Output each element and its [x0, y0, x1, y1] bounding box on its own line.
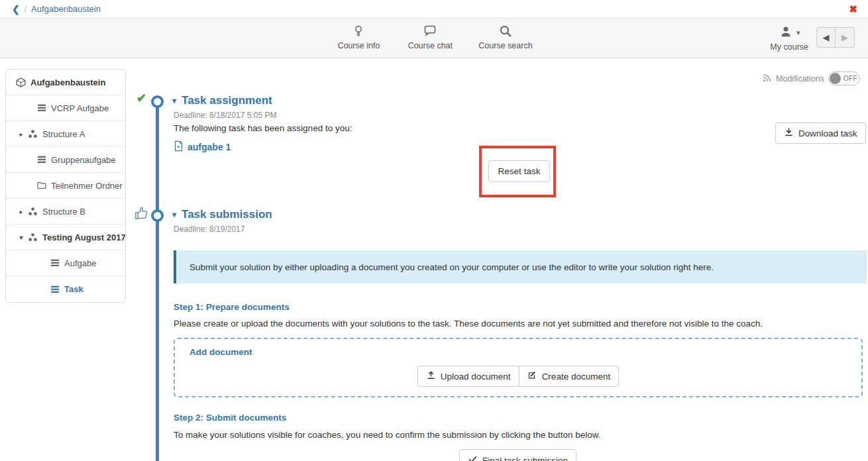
my-course-label: My course — [770, 42, 808, 52]
chevron-down-icon: ▾ — [796, 28, 800, 37]
toggle-knob — [830, 73, 841, 84]
breadcrumb: ❮ / Aufgabenbaustein — [0, 0, 868, 18]
course-nav-arrows: ◀ ▶ — [816, 27, 855, 48]
timeline-line — [156, 101, 159, 461]
add-document-label: Add document — [190, 347, 252, 357]
sidebar-item-label: Task — [64, 284, 83, 294]
file-link-label: aufgabe 1 — [188, 142, 231, 152]
section-task-submission-header[interactable]: ▾ Task submission — [172, 208, 272, 221]
task-list-icon — [36, 103, 47, 113]
course-search-button[interactable]: Course search — [478, 23, 532, 50]
course-chat-label: Course chat — [408, 41, 453, 50]
check-icon: ✔ — [136, 91, 146, 105]
submission-deadline: Deadline: 8/19/2017 — [174, 225, 244, 234]
sidebar-item-label: Testing August 2017 — [42, 232, 125, 242]
user-icon — [779, 25, 793, 41]
rss-icon — [762, 73, 772, 85]
thumbs-up-icon — [133, 205, 150, 224]
sidebar-item-aufgabenbaustein[interactable]: Aufgabenbaustein — [6, 70, 125, 95]
structure-icon — [27, 206, 38, 217]
sidebar-item-structure-b[interactable]: ▸ Structure B — [6, 199, 125, 225]
structure-icon — [27, 128, 38, 140]
sidebar-item-task[interactable]: Task — [6, 276, 125, 302]
upload-document-button[interactable]: Upload document — [417, 366, 519, 387]
toggle-state-label: OFF — [843, 75, 857, 82]
pdf-file-icon — [174, 140, 184, 154]
sidebar-item-aufgabe[interactable]: Aufgabe — [6, 250, 125, 276]
sidebar-item-vcrp-aufgabe[interactable]: VCRP Aufgabe — [6, 95, 125, 121]
task-list-icon — [36, 154, 47, 165]
my-course-menu[interactable]: ▾ My course — [770, 25, 808, 52]
sidebar-item-label: Aufgabenbaustein — [30, 77, 105, 87]
submit-check-icon — [468, 454, 478, 461]
next-button[interactable]: ▶ — [836, 27, 855, 48]
chevron-down-icon[interactable]: ▾ — [17, 234, 26, 241]
timeline-node-assignment — [151, 95, 164, 108]
close-icon[interactable]: ✖ — [849, 3, 857, 15]
back-chevron-icon[interactable]: ❮ — [12, 4, 20, 15]
submission-info-box: Submit your solution by either uploading… — [174, 250, 867, 283]
folder-icon — [36, 180, 47, 191]
assignment-text: The following task has been assigned to … — [174, 123, 352, 133]
section-task-assignment-header[interactable]: ▾ Task assignment — [172, 94, 272, 107]
final-task-submission-button[interactable]: Final task submission — [459, 449, 576, 461]
chevron-right-icon[interactable]: ▸ — [17, 130, 26, 138]
course-info-button[interactable]: Course info — [335, 23, 382, 50]
sidebar-item-label: Structure B — [42, 207, 85, 217]
breadcrumb-bar: ❮ / Aufgabenbaustein ✖ — [0, 0, 868, 19]
upload-document-label: Upload document — [441, 372, 511, 382]
download-task-label: Download task — [798, 128, 857, 138]
sidebar-item-label: Gruppenaufgabe — [51, 155, 116, 165]
course-search-label: Course search — [478, 41, 532, 50]
sidebar-item-gruppenaufgabe[interactable]: Gruppenaufgabe — [6, 147, 125, 173]
assigned-task-file-link[interactable]: aufgabe 1 — [174, 140, 231, 154]
sidebar-item-label: VCRP Aufgabe — [51, 103, 109, 113]
step1-title: Step 1: Prepare documents — [174, 302, 290, 312]
breadcrumb-separator: / — [25, 5, 27, 14]
course-toolbar: Course info Course chat Course search ▾ … — [0, 19, 868, 58]
previous-button[interactable]: ◀ — [816, 27, 836, 48]
lightbulb-icon — [351, 23, 366, 39]
timeline-node-submission — [151, 209, 164, 222]
chevron-right-icon[interactable]: ▸ — [17, 208, 26, 215]
sidebar-item-teilnehmer-ordner[interactable]: Teilnehmer Ordner — [6, 173, 125, 199]
sidebar-item-label: Structure A — [42, 129, 85, 139]
create-document-label: Create document — [542, 372, 611, 382]
upload-icon — [426, 370, 436, 382]
sidebar-item-testing-august-2017[interactable]: ▾ Testing August 2017 — [6, 225, 125, 250]
add-document-dropzone[interactable]: Add document Upload document Create docu… — [174, 338, 863, 397]
step2-text: To make your solutions visible for coach… — [174, 430, 601, 440]
sidebar-item-label: Aufgabe — [64, 258, 96, 268]
section-title: Task submission — [182, 208, 272, 221]
edit-icon — [527, 370, 537, 382]
step2-title: Step 2: Submit documents — [174, 413, 286, 423]
course-menu: Aufgabenbaustein VCRP Aufgabe ▸ Structur… — [5, 69, 126, 303]
info-text: Submit your solution by either uploading… — [190, 262, 714, 272]
download-icon — [784, 127, 794, 139]
modifications-toggle[interactable]: OFF — [828, 72, 860, 85]
modifications-control: Modifications OFF — [762, 72, 860, 85]
caret-down-icon: ▾ — [172, 96, 176, 105]
course-info-label: Course info — [337, 41, 380, 50]
create-document-button[interactable]: Create document — [519, 366, 620, 387]
download-task-button[interactable]: Download task — [775, 123, 866, 144]
reset-task-button[interactable]: Reset task — [488, 160, 550, 182]
structure-icon — [27, 232, 38, 243]
chat-bubble-icon — [422, 23, 438, 39]
task-list-icon — [50, 258, 60, 268]
caret-down-icon: ▾ — [172, 210, 176, 219]
modifications-label: Modifications — [776, 74, 824, 83]
search-icon — [498, 23, 514, 39]
sidebar-item-label: Teilnehmer Ordner — [51, 181, 123, 191]
section-title: Task assignment — [182, 94, 272, 107]
course-root-icon — [15, 77, 27, 88]
assignment-deadline: Deadline: 8/18/2017 5:05 PM — [174, 111, 276, 120]
sidebar-item-structure-a[interactable]: ▸ Structure A — [6, 121, 125, 147]
course-chat-button[interactable]: Course chat — [407, 23, 453, 50]
breadcrumb-item-aufgabenbaustein[interactable]: Aufgabenbaustein — [31, 4, 101, 14]
final-task-submission-label: Final task submission — [482, 456, 568, 461]
task-list-icon — [50, 284, 60, 295]
step1-text: Please create or upload the documents wi… — [174, 319, 763, 329]
document-button-group: Upload document Create document — [175, 366, 861, 387]
